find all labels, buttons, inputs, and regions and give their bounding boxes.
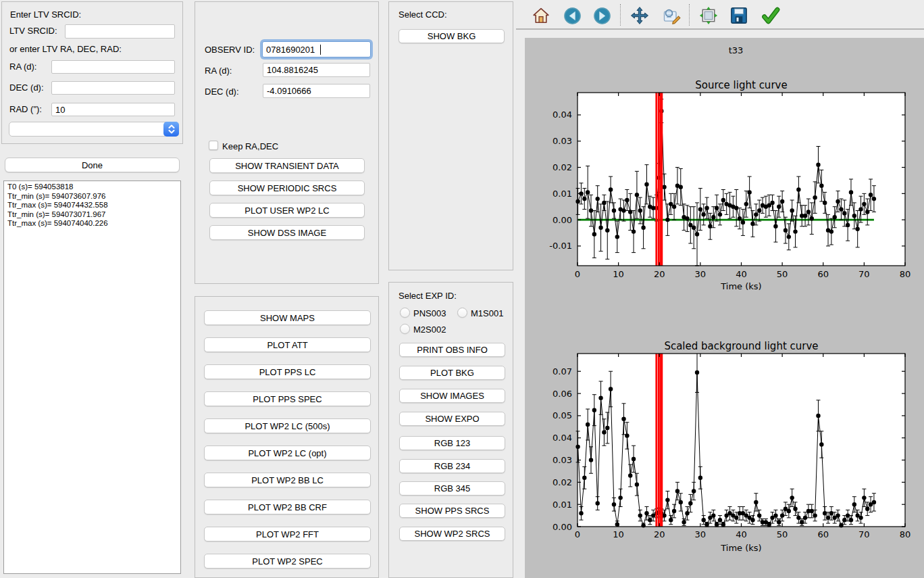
zoom-to-rect-icon <box>662 6 681 25</box>
toolbar-separator <box>689 4 690 26</box>
select-ccd-heading: Select CCD: <box>399 9 447 20</box>
ltv-dec-input[interactable] <box>51 81 175 95</box>
text-caret <box>320 45 321 55</box>
plot-user-wp2-lc-button[interactable]: PLOT USER WP2 LC <box>209 203 365 218</box>
radio-m2s002[interactable] <box>400 324 410 334</box>
keep-radec-label: Keep RA,DEC <box>222 141 278 151</box>
svg-text:10: 10 <box>613 529 624 539</box>
obs-ra-input[interactable] <box>263 63 370 77</box>
plot-att-button[interactable]: PLOT ATT <box>204 337 371 352</box>
ltv-ra-label: RA (d): <box>9 62 36 72</box>
svg-text:-0.01: -0.01 <box>549 241 572 251</box>
show-expo-button[interactable]: SHOW EXPO <box>399 412 505 426</box>
plot-buttons-panel: SHOW MAPS PLOT ATT PLOT PPS LC PLOT PPS … <box>195 296 379 578</box>
rgb-234-button[interactable]: RGB 234 <box>399 459 505 473</box>
toolbar-divider <box>516 28 924 30</box>
svg-text:70: 70 <box>858 269 870 279</box>
light-curve-canvas[interactable]: 01020304050607080-0.010.000.010.020.030.… <box>525 38 924 578</box>
confirm-button[interactable] <box>759 4 782 27</box>
ltv-srcid-input[interactable] <box>65 24 175 39</box>
radio-m2s002-label: M2S002 <box>413 324 446 335</box>
radio-m1s001[interactable] <box>457 308 467 318</box>
plot-pps-spec-button[interactable]: PLOT PPS SPEC <box>204 391 371 406</box>
svg-text:0.01: 0.01 <box>553 189 572 199</box>
svg-text:60: 60 <box>817 269 829 279</box>
svg-text:0.06: 0.06 <box>553 389 572 399</box>
observ-id-input[interactable] <box>262 41 371 57</box>
svg-text:0.01: 0.01 <box>553 500 572 510</box>
plot-wp2-bb-lc-button[interactable]: PLOT WP2 BB LC <box>204 473 371 487</box>
plot-wp2-lc-opt-button[interactable]: PLOT WP2 LC (opt) <box>204 445 371 460</box>
svg-text:Time (ks): Time (ks) <box>720 281 761 291</box>
svg-text:70: 70 <box>858 529 870 539</box>
show-transient-data-button[interactable]: SHOW TRANSIENT DATA <box>209 158 365 173</box>
back-button[interactable] <box>561 4 584 27</box>
print-obs-info-button[interactable]: PRINT OBS INFO <box>399 343 505 357</box>
toolbar-separator <box>620 4 621 26</box>
save-floppy-icon <box>729 6 748 25</box>
plot-wp2-lc-500s-button[interactable]: PLOT WP2 LC (500s) <box>204 418 371 433</box>
zoom-to-rect-button[interactable] <box>660 4 683 27</box>
ltv-dec-label: DEC (d): <box>9 82 44 93</box>
app-window: Enter LTV SRCID: LTV SRCID: or enter LTV… <box>0 0 924 578</box>
home-button[interactable] <box>530 4 553 27</box>
ltv-srcid-combobox[interactable] <box>9 122 179 137</box>
svg-text:Scaled background light curve: Scaled background light curve <box>664 340 818 352</box>
show-dss-image-button[interactable]: SHOW DSS IMAGE <box>209 225 365 240</box>
plot-pps-lc-button[interactable]: PLOT PPS LC <box>204 364 371 379</box>
svg-text:50: 50 <box>777 529 788 539</box>
radio-pns003-label: PNS003 <box>413 308 446 318</box>
show-pps-srcs-button[interactable]: SHOW PPS SRCS <box>399 504 505 518</box>
svg-text:0.02: 0.02 <box>553 162 572 172</box>
svg-text:20: 20 <box>654 269 665 279</box>
show-images-button[interactable]: SHOW IMAGES <box>399 389 505 403</box>
pan-button[interactable] <box>628 4 651 27</box>
svg-text:0: 0 <box>575 529 580 539</box>
obs-dec-label: DEC (d): <box>205 87 239 97</box>
svg-text:0.04: 0.04 <box>553 110 572 120</box>
show-wp2-srcs-button[interactable]: SHOW WP2 SRCS <box>399 527 505 541</box>
plot-wp2-fft-button[interactable]: PLOT WP2 FFT <box>204 527 371 541</box>
rgb-345-button[interactable]: RGB 345 <box>399 481 505 496</box>
svg-text:0.04: 0.04 <box>553 433 572 443</box>
combobox-stepper[interactable] <box>163 122 179 137</box>
radio-pns003[interactable] <box>400 308 410 318</box>
ltv-ra-input[interactable] <box>51 60 175 74</box>
keep-radec-checkbox[interactable] <box>209 141 218 150</box>
rgb-123-button[interactable]: RGB 123 <box>399 436 505 450</box>
ltv-rad-label: RAD ("): <box>9 104 42 114</box>
configure-subplots-button[interactable] <box>697 4 720 27</box>
ltv-rad-input[interactable] <box>51 103 175 116</box>
svg-text:80: 80 <box>900 529 911 539</box>
plot-wp2-bb-crf-button[interactable]: PLOT WP2 BB CRF <box>204 500 371 514</box>
svg-text:0.03: 0.03 <box>553 455 572 465</box>
plot-bkg-button[interactable]: PLOT BKG <box>399 366 505 380</box>
show-bkg-button[interactable]: SHOW BKG <box>399 29 505 43</box>
pan-move-icon <box>630 6 649 25</box>
transient-log-listbox[interactable]: T0 (s)= 594053818 Ttr_min (s)= 594073607… <box>3 180 181 574</box>
forward-arrow-icon <box>593 7 611 25</box>
radio-m1s001-label: M1S001 <box>471 308 503 318</box>
plot-wp2-spec-button[interactable]: PLOT WP2 SPEC <box>204 554 371 569</box>
show-periodic-srcs-button[interactable]: SHOW PERIODIC SRCS <box>209 180 365 195</box>
save-button[interactable] <box>727 4 750 27</box>
svg-text:0.00: 0.00 <box>553 522 572 532</box>
ltv-panel-heading: Enter LTV SRCID: <box>10 9 81 20</box>
svg-text:Source light curve: Source light curve <box>695 79 787 91</box>
show-maps-button[interactable]: SHOW MAPS <box>204 310 371 325</box>
log-line: Ttr_min (s)= 594073071.967 <box>7 210 177 220</box>
ccd-panel: Select CCD: SHOW BKG <box>388 1 513 270</box>
svg-text:40: 40 <box>736 269 747 279</box>
svg-text:40: 40 <box>736 529 747 539</box>
svg-text:0.00: 0.00 <box>553 215 572 225</box>
forward-button[interactable] <box>590 4 613 27</box>
ltv-srcid-label: LTV SRCID: <box>9 26 57 36</box>
ltv-alt-heading: or enter LTV RA, DEC, RAD: <box>9 44 122 54</box>
log-line: Ttr_min (s)= 594073607.976 <box>7 192 177 201</box>
configure-subplots-icon <box>699 6 718 25</box>
updown-chevrons-icon <box>167 124 176 135</box>
done-button[interactable]: Done <box>5 158 180 172</box>
svg-text:60: 60 <box>817 529 829 539</box>
ltv-panel: Enter LTV SRCID: LTV SRCID: or enter LTV… <box>1 1 183 144</box>
obs-dec-input[interactable] <box>263 84 370 98</box>
